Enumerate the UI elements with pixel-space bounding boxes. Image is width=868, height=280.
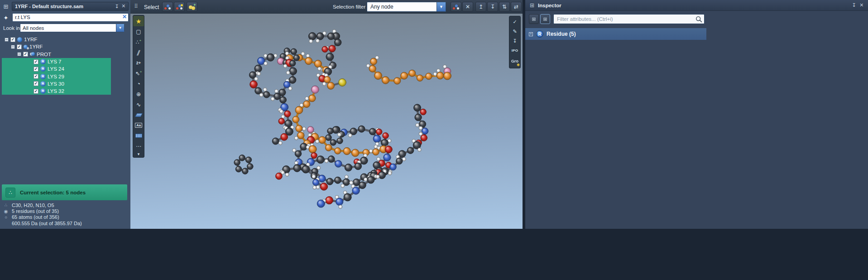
molecule-plus-icon	[176, 4, 183, 10]
gro-badge[interactable]: Gro ✱	[509, 55, 520, 67]
atom-count-icon: ○	[3, 215, 9, 220]
tool-rail: ★ ▢ ∴+ ∥ 2+ ⇖+ ◔ ⊕ ∿ Aa ⋯ ▾	[133, 15, 144, 158]
grid-icon: ⊞	[530, 2, 534, 9]
pin-icon[interactable]: ↧	[115, 4, 119, 9]
checkbox[interactable]: ✓	[23, 52, 28, 57]
check-icon: ✓	[34, 60, 38, 64]
ruler-icon	[135, 134, 142, 138]
selector-tool-icon[interactable]: ✦	[2, 14, 10, 22]
look-in-dropdown[interactable]: All nodes ▼	[20, 24, 125, 32]
tree-row-residue[interactable]: ✓ R LYS 29	[2, 72, 111, 80]
eraser-icon	[134, 113, 142, 117]
chevron-down-icon: ▼	[116, 24, 124, 32]
document-title: 1YRF - Default structure.sam	[15, 4, 112, 9]
selection-filter-label: Selection filter	[333, 4, 365, 10]
swap-selection-button[interactable]: ⇄	[511, 2, 522, 12]
favorites-tool[interactable]: ★	[133, 16, 144, 26]
globe-tool[interactable]: ⊕	[133, 89, 144, 99]
attribute-filter	[553, 14, 705, 24]
inspector-grid-button[interactable]: ⊞	[529, 14, 539, 24]
yellow-spheres-icon: +	[189, 4, 196, 10]
edit-icon[interactable]: ✎	[509, 27, 520, 36]
select-matching-button[interactable]	[451, 2, 461, 12]
checkbox[interactable]: ✓	[34, 59, 38, 64]
pointer-add-tool[interactable]: ⇖+	[133, 68, 144, 78]
checkbox[interactable]: ✓	[17, 44, 22, 49]
check-icon: ✓	[34, 74, 38, 78]
inspector-titlebar: ⊞ Inspector ↧ ×	[525, 0, 868, 11]
tree-row-residue[interactable]: ✓ R LYS 24	[2, 65, 111, 72]
more-tools[interactable]: ⋯	[133, 141, 144, 151]
tree-row-residue[interactable]: ✓ R LYS 30	[2, 80, 111, 87]
residue-icon: R	[536, 30, 543, 38]
expand-selection-down-button[interactable]: ↧	[487, 2, 498, 12]
tree-row-model[interactable]: − ✓ 1YRF	[0, 43, 130, 50]
panel-menu-icon[interactable]: ⊞	[2, 2, 10, 10]
tree-label: LYS 7	[48, 59, 61, 64]
checkbox[interactable]: ✓	[10, 37, 15, 42]
attribute-filter-input[interactable]	[554, 14, 704, 24]
node-search-input[interactable]	[12, 13, 129, 22]
ruler-tool[interactable]	[133, 130, 144, 141]
expand-icon[interactable]: +	[529, 32, 533, 36]
tree-label: LYS 24	[48, 66, 64, 72]
checkbox[interactable]: ✓	[34, 81, 38, 86]
text-annotation-tool[interactable]: Aa	[133, 120, 144, 130]
collapse-icon[interactable]: −	[11, 45, 15, 49]
residue-group-row[interactable]: + R Residue (5)	[525, 28, 706, 40]
stat-text: C30, H20, N10, O5	[12, 203, 54, 208]
collapse-icon[interactable]: −	[17, 52, 21, 56]
clear-search-icon[interactable]: ✕	[122, 14, 127, 20]
stat-row: ∴ C30, H20, N10, O5	[3, 202, 82, 208]
tree-label: LYS 29	[48, 74, 64, 79]
eraser-tool[interactable]	[133, 110, 144, 120]
tree-row-residue[interactable]: ✓ R LYS 32	[2, 87, 111, 95]
atoms-icon: ∴	[3, 203, 9, 208]
selection-banner: ∴ Current selection: 5 nodes	[2, 184, 127, 200]
selection-banner-text: Current selection: 5 nodes	[20, 190, 86, 195]
clear-selection-button[interactable]: ✕	[462, 2, 473, 12]
inspector-title: Inspector	[538, 3, 849, 8]
measure-tool[interactable]: ∥	[133, 47, 144, 58]
select-tool-label: Select	[144, 4, 159, 10]
select-groups-button[interactable]	[174, 2, 185, 12]
add-atom-tool[interactable]: ∴+	[133, 37, 144, 47]
tree-row-chain[interactable]: − ✓ PROT	[0, 51, 130, 58]
close-icon[interactable]: ×	[122, 3, 125, 9]
stat-row: 600.555 Da (out of 3855.97 Da)	[3, 220, 82, 226]
document-panel: ⊞ 1YRF - Default structure.sam ↧ × ✦ ✕ L…	[0, 0, 130, 229]
selection-filter-dropdown[interactable]: Any node ▼	[367, 2, 446, 12]
main-toolbar: ⠿ Select + Selection filter Any node ▼ ✕…	[130, 0, 523, 14]
inspector-filter-button[interactable]: ⊞	[540, 14, 550, 24]
pin-icon[interactable]: ↧	[852, 3, 856, 8]
check-icon: ✓	[24, 52, 28, 56]
molecule-icon	[164, 4, 171, 10]
residue-icon: R	[40, 88, 46, 94]
checkbox[interactable]: ✓	[34, 74, 38, 79]
select-vdw-button[interactable]: +	[187, 2, 197, 12]
tree-row-residue[interactable]: ✓ R LYS 7	[2, 58, 111, 65]
grid-menu-icon[interactable]: ⠿	[134, 3, 138, 10]
export-down-icon[interactable]: ↧	[509, 36, 520, 46]
grow-selection-button[interactable]: ⇅	[499, 2, 510, 12]
checkbox[interactable]: ✓	[34, 67, 38, 72]
rect-select-tool[interactable]: ▢	[133, 26, 144, 37]
collapse-icon[interactable]: −	[5, 38, 9, 42]
tree-label: 1YRF	[29, 44, 43, 49]
validate-icon[interactable]: ✓	[509, 17, 520, 27]
ipo-badge[interactable]: IPO	[509, 46, 520, 55]
text-icon: Aa	[135, 123, 142, 128]
node-tree: − ✓ 1YRF − ✓ 1YRF − ✓ PROT ✓ R LYS 7 ✓ R…	[0, 36, 130, 95]
tree-row-root[interactable]: − ✓ 1YRF	[0, 36, 130, 43]
charge-tool[interactable]: 2+	[133, 58, 144, 68]
checkbox[interactable]: ✓	[34, 89, 38, 94]
rail-scroll-arrow[interactable]: ▾	[133, 151, 144, 157]
spring-tool[interactable]: ∿	[133, 99, 144, 110]
expand-selection-up-button[interactable]: ↥	[475, 2, 486, 12]
gauge-tool[interactable]: ◔	[133, 78, 144, 89]
structural-model-icon	[24, 45, 28, 49]
residue-group-label: Residue (5)	[547, 31, 576, 37]
select-atoms-button[interactable]	[162, 2, 173, 12]
close-icon[interactable]: ×	[860, 2, 863, 8]
molecule-canvas[interactable]	[130, 14, 523, 229]
